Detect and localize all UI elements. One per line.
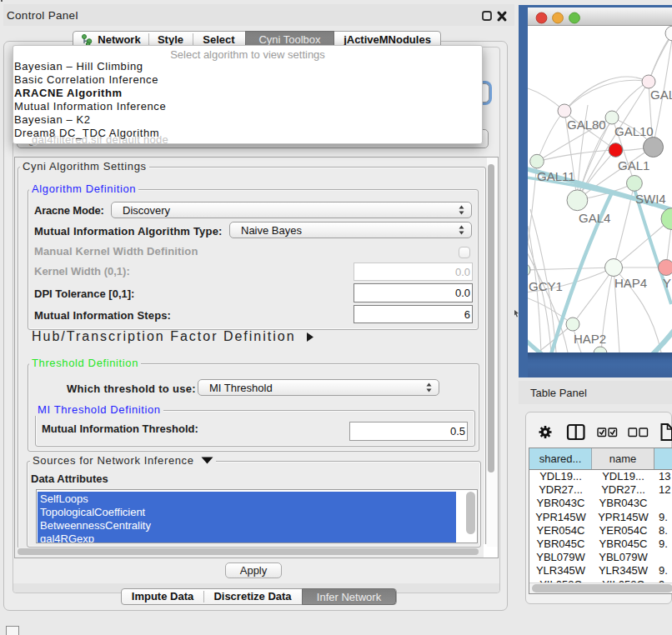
svg-text:GAL7: GAL7: [650, 88, 672, 102]
svg-text:HAP2: HAP2: [574, 332, 606, 346]
svg-text:SWI4: SWI4: [635, 192, 666, 206]
svg-text:GAL11: GAL11: [537, 169, 575, 183]
svg-text:GAL4: GAL4: [579, 211, 610, 225]
svg-text:HAP4: HAP4: [614, 276, 647, 290]
svg-text:GAL10: GAL10: [614, 124, 654, 138]
svg-text:GCY1: GCY1: [529, 279, 563, 293]
svg-text:GAL1: GAL1: [618, 158, 649, 172]
svg-text:Y: Y: [663, 276, 671, 290]
svg-text:GAL80: GAL80: [567, 118, 606, 132]
